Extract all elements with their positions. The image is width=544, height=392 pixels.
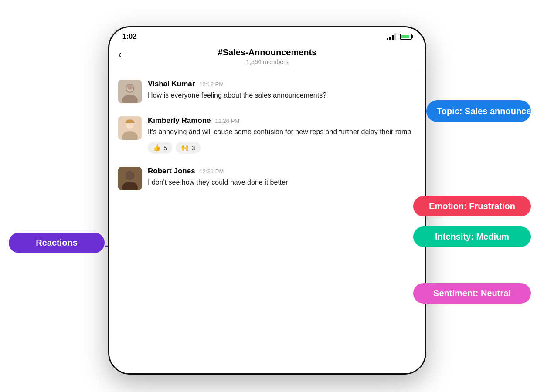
emotion-annotation: Emotion: Frustration (413, 196, 531, 216)
intensity-label: Intensity: Medium (435, 232, 509, 241)
message-time-2: 12:26 PM (215, 118, 240, 124)
message-1-header: Vishal Kumar 12:12 PM (148, 80, 416, 88)
topic-annotation: Topic: Sales announcements (426, 100, 531, 122)
sender-name-1: Vishal Kumar (148, 80, 195, 88)
topic-label: Topic: Sales announcements (437, 106, 544, 116)
raised-hands-count: 3 (191, 144, 195, 152)
message-1: Vishal Kumar 12:12 PM How is everyone fe… (118, 80, 416, 103)
reaction-raised-hands[interactable]: 🙌 3 (176, 142, 200, 154)
avatar-vishal (118, 80, 142, 103)
status-bar: 1:02 (109, 27, 425, 44)
avatar-kimberly (118, 116, 142, 140)
reaction-row-2: 👍 5 🙌 3 (148, 142, 416, 154)
status-icons (387, 33, 412, 40)
reaction-thumbsup[interactable]: 👍 5 (148, 142, 172, 154)
message-2: Kimberly Ramone 12:26 PM It's annoying a… (118, 116, 416, 154)
reactions-annotation: Reactions (9, 233, 105, 253)
sentiment-annotation: Sentiment: Neutral (413, 283, 531, 304)
message-2-content: Kimberly Ramone 12:26 PM It's annoying a… (148, 116, 416, 154)
message-3-header: Robert Jones 12:31 PM (148, 167, 416, 176)
sender-name-2: Kimberly Ramone (148, 116, 211, 125)
chat-header: ‹ #Sales-Announcements 1,564 members (109, 44, 425, 71)
messages-area: Vishal Kumar 12:12 PM How is everyone fe… (109, 71, 425, 373)
battery-fill (401, 35, 409, 38)
member-count: 1,564 members (246, 58, 288, 65)
message-3-content: Robert Jones 12:31 PM I don't see how th… (148, 167, 416, 190)
status-time: 1:02 (122, 33, 136, 41)
reactions-label: Reactions (36, 238, 78, 247)
battery-icon (400, 34, 412, 40)
avatar-robert (118, 167, 142, 190)
sender-name-3: Robert Jones (148, 167, 195, 176)
message-text-2: It's annoying and will cause some confus… (148, 127, 416, 137)
message-time-3: 12:31 PM (200, 168, 224, 175)
emotion-label: Emotion: Frustration (429, 201, 515, 211)
message-3: Robert Jones 12:31 PM I don't see how th… (118, 167, 416, 190)
thumbsup-emoji: 👍 (153, 144, 161, 152)
back-button[interactable]: ‹ (118, 48, 122, 61)
message-time-1: 12:12 PM (199, 81, 224, 88)
thumbsup-count: 5 (163, 144, 167, 152)
message-text-1: How is everyone feeling about the sales … (148, 90, 416, 101)
intensity-annotation: Intensity: Medium (413, 226, 531, 247)
svg-point-11 (127, 85, 133, 90)
signal-icon (387, 33, 396, 40)
phone-screen: 1:02 ‹ #Sales-Announcements 1,564 member… (109, 27, 425, 373)
phone-frame: 1:02 ‹ #Sales-Announcements 1,564 member… (108, 26, 426, 375)
raised-hands-emoji: 🙌 (181, 144, 189, 152)
sentiment-label: Sentiment: Neutral (433, 288, 511, 298)
message-1-content: Vishal Kumar 12:12 PM How is everyone fe… (148, 80, 416, 103)
svg-point-19 (126, 172, 134, 179)
channel-name: #Sales-Announcements (218, 47, 317, 57)
message-2-header: Kimberly Ramone 12:26 PM (148, 116, 416, 125)
message-text-3: I don't see how they could have done it … (148, 177, 416, 188)
